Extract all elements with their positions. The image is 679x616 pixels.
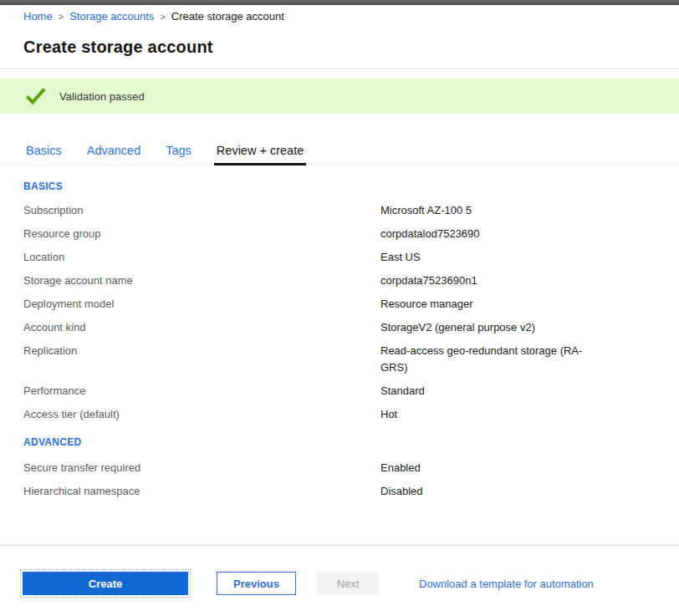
page-title: Create storage account: [23, 38, 679, 57]
review-row: Hierarchical namespaceDisabled: [23, 483, 679, 500]
review-row: Secure transfer requiredEnabled: [23, 460, 679, 476]
section-heading: BASICS: [23, 181, 679, 192]
row-value: corpdata7523690n1: [380, 272, 594, 289]
review-row: ReplicationRead-access geo-redundant sto…: [23, 343, 679, 376]
row-value: Microsoft AZ-100 5: [380, 202, 594, 219]
row-value: East US: [380, 249, 594, 266]
footer-actions: Create Previous Next Download a template…: [0, 572, 679, 595]
breadcrumb-item[interactable]: Storage accounts: [69, 10, 154, 23]
row-label: Account kind: [23, 319, 380, 336]
row-label: Hierarchical namespace: [23, 483, 380, 500]
create-storage-account-page: Home>Storage accounts>Create storage acc…: [0, 0, 679, 616]
row-label: Location: [23, 249, 380, 266]
checkmark-icon: [25, 87, 47, 105]
row-label: Deployment model: [23, 296, 380, 313]
row-value: Enabled: [380, 460, 594, 476]
footer-divider: [0, 545, 679, 546]
breadcrumb-item[interactable]: Home: [23, 10, 53, 23]
row-value: Resource manager: [380, 296, 594, 313]
header-divider: [0, 69, 679, 69]
review-row: Deployment modelResource manager: [23, 296, 679, 313]
review-row: PerformanceStandard: [23, 383, 679, 400]
row-value: Hot: [380, 406, 594, 423]
tab-bar: BasicsAdvancedTagsReview + create: [0, 144, 679, 165]
review-row: Access tier (default)Hot: [23, 406, 679, 423]
create-button[interactable]: Create: [23, 572, 188, 595]
previous-button[interactable]: Previous: [217, 572, 296, 595]
tab-review-create[interactable]: Review + create: [214, 144, 306, 165]
review-row: Resource groupcorpdatalod7523690: [23, 226, 679, 242]
section-heading: ADVANCED: [23, 436, 679, 448]
tab-basics[interactable]: Basics: [23, 144, 64, 165]
row-label: Subscription: [23, 202, 380, 219]
row-label: Resource group: [23, 226, 380, 242]
breadcrumb: Home>Storage accounts>Create storage acc…: [0, 5, 679, 27]
row-label: Access tier (default): [23, 406, 380, 423]
row-label: Replication: [23, 343, 380, 376]
row-label: Secure transfer required: [23, 460, 380, 476]
breadcrumb-separator-icon: >: [59, 11, 64, 22]
validation-banner: Validation passed: [0, 79, 679, 114]
download-template-link[interactable]: Download a template for automation: [419, 578, 594, 590]
review-sections: BASICSSubscriptionMicrosoft AZ-100 5Reso…: [0, 165, 679, 500]
tab-advanced[interactable]: Advanced: [84, 144, 144, 165]
row-value: Standard: [380, 383, 594, 400]
row-value: Disabled: [380, 483, 594, 500]
row-value: StorageV2 (general purpose v2): [380, 319, 594, 336]
breadcrumb-separator-icon: >: [160, 11, 165, 22]
breadcrumb-item: Create storage account: [171, 10, 284, 23]
next-button[interactable]: Next: [317, 572, 379, 595]
tab-tags[interactable]: Tags: [163, 144, 194, 165]
review-row: SubscriptionMicrosoft AZ-100 5: [23, 202, 679, 219]
row-label: Storage account name: [23, 272, 380, 289]
review-row: Storage account namecorpdata7523690n1: [23, 272, 679, 289]
validation-text: Validation passed: [59, 90, 145, 103]
review-row: Account kindStorageV2 (general purpose v…: [23, 319, 679, 336]
row-value: corpdatalod7523690: [380, 226, 594, 242]
review-row: LocationEast US: [23, 249, 679, 266]
row-value: Read-access geo-redundant storage (RA-GR…: [380, 343, 594, 376]
row-label: Performance: [23, 383, 380, 400]
